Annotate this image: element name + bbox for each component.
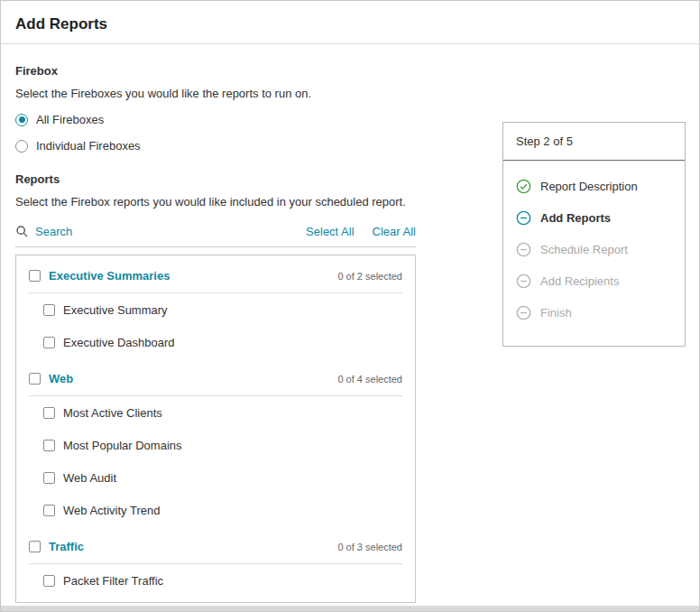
radio-unselected-icon[interactable]: [15, 140, 28, 153]
item-checkbox[interactable]: [43, 440, 55, 451]
step-add-recipients: Add Recipients: [516, 274, 672, 289]
radio-selected-icon[interactable]: [15, 114, 28, 126]
item-checkbox[interactable]: [43, 505, 55, 516]
group-checkbox[interactable]: [29, 373, 41, 385]
group-selection-count: 0 of 3 selected: [337, 542, 402, 552]
window-bottom-edge: [1, 606, 699, 611]
item-label: Packet Filter Traffic: [63, 574, 163, 588]
item-label: Executive Summary: [63, 303, 168, 317]
step-finish: Finish: [516, 305, 672, 320]
add-reports-page: Add Reports Firebox Select the Fireboxes…: [0, 0, 700, 612]
group-checkbox[interactable]: [29, 541, 41, 552]
group-checkbox[interactable]: [29, 270, 41, 282]
step-label: Schedule Report: [540, 243, 628, 256]
report-item[interactable]: Web Audit: [29, 462, 402, 494]
step-label: Add Recipients: [540, 274, 619, 288]
group-name-link[interactable]: Web: [49, 372, 337, 385]
group-name-link[interactable]: Executive Summaries: [49, 269, 337, 283]
report-item[interactable]: Executive Dashboard: [29, 327, 402, 358]
reports-heading: Reports: [15, 172, 416, 186]
report-item[interactable]: Most Active Clients: [29, 397, 402, 429]
step-label: Finish: [540, 306, 572, 320]
item-checkbox[interactable]: [43, 407, 55, 419]
search-row: Search Select All Clear All: [15, 225, 416, 247]
radio-all-fireboxes-label: All Fireboxes: [36, 113, 104, 126]
item-label: Executive Dashboard: [63, 336, 175, 349]
group-selection-count: 0 of 2 selected: [337, 271, 402, 282]
report-item[interactable]: Web Activity Trend: [29, 495, 402, 526]
step-report-description: Report Description: [516, 179, 672, 194]
step-add-reports: Add Reports: [516, 210, 672, 226]
minus-circle-icon: [516, 210, 531, 226]
search-icon: [15, 225, 29, 238]
page-title: Add Reports: [15, 15, 685, 33]
search-toggle[interactable]: Search: [15, 225, 72, 238]
report-item[interactable]: Packet Filter Traffic: [29, 565, 402, 597]
minus-circle-icon: [516, 305, 531, 320]
report-list: Executive Summaries 0 of 2 selected Exec…: [15, 255, 416, 603]
item-checkbox[interactable]: [43, 472, 55, 484]
item-checkbox[interactable]: [43, 337, 55, 348]
item-label: Web Audit: [63, 471, 116, 485]
report-item[interactable]: Most Popular Domains: [29, 430, 402, 461]
minus-circle-icon: [516, 274, 531, 289]
firebox-heading: Firebox: [15, 64, 416, 78]
wizard-step-counter: Step 2 of 5: [503, 123, 685, 161]
group-selection-count: 0 of 4 selected: [337, 374, 402, 385]
clear-all-link[interactable]: Clear All: [373, 225, 416, 238]
minus-circle-icon: [516, 242, 531, 257]
radio-all-fireboxes[interactable]: All Fireboxes: [15, 113, 416, 126]
search-label[interactable]: Search: [35, 225, 72, 238]
item-label: Web Activity Trend: [63, 504, 160, 517]
radio-individual-fireboxes-label: Individual Fireboxes: [36, 139, 141, 153]
check-circle-icon: [516, 179, 531, 194]
step-schedule-report: Schedule Report: [516, 242, 672, 257]
firebox-description: Select the Fireboxes you would like the …: [15, 87, 416, 100]
reports-description: Select the Firebox reports you would lik…: [15, 195, 416, 209]
group-name-link[interactable]: Traffic: [49, 540, 337, 553]
page-header: Add Reports: [1, 1, 699, 44]
item-label: Most Active Clients: [63, 406, 162, 420]
item-checkbox[interactable]: [43, 575, 55, 587]
report-group-header: Traffic 0 of 3 selected: [29, 526, 402, 564]
step-label: Report Description: [540, 180, 638, 193]
wizard-steps-panel: Step 2 of 5 Report Description Add Repor…: [502, 122, 686, 347]
report-item[interactable]: Executive Summary: [29, 294, 402, 326]
report-group-header: Executive Summaries 0 of 2 selected: [29, 255, 402, 293]
radio-individual-fireboxes[interactable]: Individual Fireboxes: [15, 139, 416, 153]
step-label: Add Reports: [540, 211, 611, 225]
item-checkbox[interactable]: [43, 304, 55, 316]
report-group-header: Web 0 of 4 selected: [29, 358, 402, 396]
select-all-link[interactable]: Select All: [306, 225, 354, 238]
item-label: Most Popular Domains: [63, 439, 182, 452]
